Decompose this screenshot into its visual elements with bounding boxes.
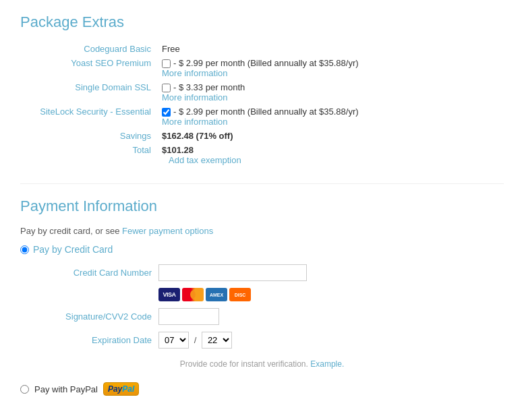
section-divider: [20, 183, 504, 184]
tax-exemption-link[interactable]: Add tax exemption: [169, 155, 500, 165]
extra-value-yoast: - $ 2.99 per month (Billed annually at $…: [155, 56, 504, 80]
discover-icon: DISC: [229, 288, 251, 301]
sitelock-checkbox[interactable]: [162, 108, 171, 117]
credit-card-label[interactable]: Pay by Credit Card: [33, 244, 113, 255]
package-extras-title: Package Extras: [20, 13, 504, 31]
package-extras-section: Package Extras Codeguard Basic Free Yoas…: [20, 13, 504, 167]
extra-label-yoast: Yoast SEO Premium: [20, 56, 155, 80]
table-row: Single Domain SSL - $ 3.33 per month Mor…: [20, 80, 504, 104]
example-link[interactable]: Example.: [310, 359, 344, 369]
cc-number-input[interactable]: [158, 264, 307, 281]
expiration-row: Expiration Date 07 010203 040506 080910 …: [34, 332, 504, 349]
extra-value-codeguard: Free: [155, 42, 504, 56]
table-row: SiteLock Security - Essential - $ 2.99 p…: [20, 104, 504, 129]
expiration-label: Expiration Date: [34, 335, 152, 345]
paypal-badge: PayPal: [103, 382, 139, 396]
total-value: $101.28 Add tax exemption: [155, 143, 504, 167]
extra-label-sitelock: SiteLock Security - Essential: [20, 104, 155, 129]
cvv-field: [158, 308, 219, 325]
extra-label-ssl: Single Domain SSL: [20, 80, 155, 104]
paypal-option[interactable]: Pay with PayPal PayPal: [20, 382, 504, 396]
yoast-checkbox[interactable]: [162, 59, 171, 68]
table-row-savings: Savings $162.48 (71% off): [20, 129, 504, 143]
payment-info-title: Payment Information: [20, 198, 504, 215]
exp-separator: /: [194, 335, 197, 345]
extra-label-codeguard: Codeguard Basic: [20, 42, 155, 56]
paypal-label[interactable]: Pay with PayPal: [34, 384, 98, 394]
savings-label: Savings: [20, 129, 155, 143]
extras-table: Codeguard Basic Free Yoast SEO Premium -…: [20, 42, 504, 167]
exp-year-select[interactable]: 22 232425 262728 2930: [202, 332, 232, 349]
credit-card-form: Credit Card Number VISA AMEX DISC Signat…: [34, 264, 504, 349]
visa-icon: VISA: [158, 288, 180, 301]
credit-card-option[interactable]: Pay by Credit Card: [20, 244, 504, 255]
cvv-input[interactable]: [158, 308, 219, 325]
table-row: Yoast SEO Premium - $ 2.99 per month (Bi…: [20, 56, 504, 80]
cc-number-field: [158, 264, 307, 281]
mastercard-icon: [182, 288, 204, 301]
expiration-field: 07 010203 040506 080910 1112 / 22 232425…: [158, 332, 232, 349]
payment-section: Payment Information Pay by credit card, …: [20, 198, 504, 396]
cvv-label: Signature/CVV2 Code: [34, 311, 152, 322]
paypal-radio[interactable]: [20, 385, 29, 394]
total-label: Total: [20, 143, 155, 167]
cvv-row: Signature/CVV2 Code: [34, 308, 504, 325]
payment-intro: Pay by credit card, or see Fewer payment…: [20, 226, 504, 236]
extra-value-sitelock: - $ 2.99 per month (Billed annually at $…: [155, 104, 504, 129]
table-row-total: Total $101.28 Add tax exemption: [20, 143, 504, 167]
card-icons: VISA AMEX DISC: [158, 288, 504, 301]
ssl-checkbox[interactable]: [162, 84, 171, 92]
svg-point-1: [190, 289, 201, 300]
yoast-more-info-link[interactable]: More information: [162, 68, 500, 78]
exp-month-select[interactable]: 07 010203 040506 080910 1112: [158, 332, 189, 349]
extra-value-ssl: - $ 3.33 per month More information: [155, 80, 504, 104]
savings-value: $162.48 (71% off): [155, 129, 504, 143]
cc-number-row: Credit Card Number: [34, 264, 504, 281]
fewer-options-link[interactable]: Fewer payment options: [122, 226, 213, 236]
sitelock-more-info-link[interactable]: More information: [162, 117, 500, 127]
credit-card-radio[interactable]: [20, 245, 29, 254]
cc-number-label: Credit Card Number: [34, 268, 152, 278]
amex-icon: AMEX: [206, 288, 227, 301]
table-row: Codeguard Basic Free: [20, 42, 504, 56]
ssl-more-info-link[interactable]: More information: [162, 92, 500, 102]
verify-note: Provide code for instant verification. E…: [20, 359, 504, 369]
